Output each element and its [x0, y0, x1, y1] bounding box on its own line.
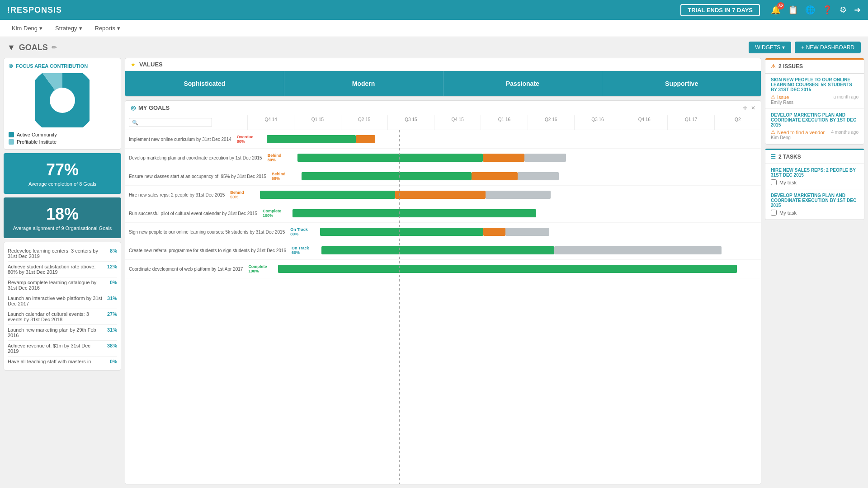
gantt-search-input[interactable]	[129, 118, 212, 127]
list-item[interactable]: Achieve revenue of: $1m by 31st Dec 2019…	[8, 341, 117, 357]
gantt-goal-status: On Track80%	[288, 226, 320, 237]
bar-green	[292, 209, 536, 217]
legend-item-active: Active Community	[9, 132, 116, 137]
my-goals-card: ◎ MY GOALS ✛ ✕ Q4 14Q1 1	[125, 100, 761, 484]
issue-title[interactable]: SIGN NEW PEOPLE TO OUR ONLINE LEARNING C…	[771, 77, 859, 92]
gantt-goal-label: Develop marketing plan and coordinate ex…	[125, 153, 266, 163]
issue-type: ⚠ Need to find a vendor	[771, 129, 825, 135]
goals-header: ▼ GOALS ✏ WIDGETS ▾ + NEW DASHBOARD	[0, 37, 868, 58]
tasks-card: ☰ 2 TASKS HIRE NEW SALES REPS: 2 PEOPLE …	[765, 148, 864, 220]
task-checkbox[interactable]	[771, 179, 777, 185]
tasks-title: 2 TASKS	[778, 154, 801, 160]
values-title: VALUES	[139, 61, 163, 68]
settings-icon[interactable]: ⚙	[840, 5, 847, 15]
task-checkbox[interactable]	[771, 210, 777, 216]
task-label: My task	[779, 210, 797, 216]
widgets-button[interactable]: WIDGETS ▾	[749, 42, 791, 53]
bar-green	[302, 172, 472, 180]
goal-list-pct: 38%	[103, 343, 117, 348]
reports-chevron: ▾	[117, 25, 120, 32]
bar-track	[297, 154, 761, 162]
right-panel: ⚠ 2 ISSUES SIGN NEW PEOPLE TO OUR ONLINE…	[765, 58, 864, 484]
gantt-row: Implement new online curriculum by 31st …	[125, 130, 761, 149]
legend-color-active	[9, 132, 14, 137]
task-title[interactable]: DEVELOP MARKETING PLAN AND COORDINATE EX…	[771, 193, 859, 208]
star-icon: ★	[131, 61, 136, 68]
issue-user: Kim Deng	[771, 135, 859, 140]
bar-green	[267, 135, 356, 143]
close-icon[interactable]: ✕	[751, 105, 755, 111]
issue-title[interactable]: DEVELOP MARKETING PLAN AND COORDINATE EX…	[771, 113, 859, 127]
goal-list-pct: 27%	[103, 311, 117, 317]
gantt-bars	[321, 241, 761, 259]
app-logo: !RESPONSIS	[7, 5, 62, 15]
bar-orange	[356, 135, 376, 143]
nav-reports[interactable]: Reports ▾	[90, 23, 125, 33]
task-check: My task	[771, 179, 859, 185]
list-item[interactable]: Revamp complete learning catalogue by 31…	[8, 277, 117, 293]
pie-container	[9, 73, 116, 127]
issues-card: ⚠ 2 ISSUES SIGN NEW PEOPLE TO OUR ONLINE…	[765, 58, 864, 145]
globe-icon[interactable]: 🌐	[805, 5, 815, 15]
nav-kim-deng[interactable]: Kim Deng ▾	[7, 23, 47, 33]
notification-badge: 32	[777, 2, 784, 9]
goals-toggle-icon[interactable]: ▼	[7, 43, 15, 52]
help-icon[interactable]: ❓	[822, 5, 832, 15]
list-item[interactable]: Have all teaching staff with masters in0…	[8, 357, 117, 366]
goal-list: Redevelop learning centers: 3 centers by…	[8, 246, 117, 366]
stat-alignment-number: 18%	[11, 205, 114, 224]
content-row: ◎ FOCUS AREA CONTRIBUTION	[0, 58, 868, 488]
value-col-modern: Modern	[284, 71, 443, 96]
stat-completion-number: 77%	[11, 160, 114, 179]
list-item[interactable]: Achieve student satisfaction rate above:…	[8, 262, 117, 277]
list-item[interactable]: Launch calendar of cultural events: 3 ev…	[8, 309, 117, 325]
issue-item: DEVELOP MARKETING PLAN AND COORDINATE EX…	[765, 109, 864, 144]
logout-icon[interactable]: ➜	[854, 5, 861, 15]
warning-icon: ⚠	[771, 63, 776, 70]
goal-list-text: Launch an interactive web platform by 31…	[8, 296, 103, 306]
goal-list-pct: 31%	[103, 296, 117, 301]
gantt-row: Ensure new classes start at an occupancy…	[125, 167, 761, 186]
nav-center-right: TRIAL ENDS IN 7 DAYS 🔔 32 📋 🌐 ❓ ⚙ ➜	[680, 4, 861, 16]
strategy-chevron: ▾	[79, 25, 82, 32]
bar-orange	[483, 228, 505, 236]
goal-list-text: Have all teaching staff with masters in	[8, 359, 103, 364]
goal-list-pct: 31%	[103, 327, 117, 333]
bar-gray	[524, 154, 566, 162]
list-item[interactable]: Launch an interactive web platform by 31…	[8, 293, 117, 309]
bar-track	[278, 265, 761, 273]
gantt-search-col	[125, 115, 216, 130]
legend-label-profitable: Profitable Institute	[17, 139, 57, 145]
list-item[interactable]: Redevelop learning centers: 3 centers by…	[8, 246, 117, 262]
pie-chart	[35, 73, 90, 127]
bar-track	[302, 172, 761, 180]
issue-type: ⚠ Issue	[771, 94, 789, 100]
nav-strategy[interactable]: Strategy ▾	[51, 23, 86, 33]
gantt-goal-status: Complete100%	[246, 263, 278, 274]
values-columns: Sophisticated Modern Passionate Supporti…	[125, 71, 761, 96]
goal-list-text: Achieve student satisfaction rate above:…	[8, 264, 103, 275]
trial-button[interactable]: TRIAL ENDS IN 7 DAYS	[680, 4, 760, 16]
timeline-col-Q315: Q3 15	[387, 115, 434, 130]
stat-card-alignment: 18% Average alignment of 9 Organisationa…	[4, 197, 121, 238]
strategy-label: Strategy	[55, 25, 77, 32]
gantt-row: Create new referral programme for studen…	[125, 241, 761, 260]
gantt-goal-status: On Track60%	[290, 245, 321, 256]
values-title-row: ★ VALUES	[125, 58, 761, 71]
gantt-container: Q4 14Q1 15Q2 15Q3 15Q4 15Q1 16Q2 16Q3 16…	[125, 115, 761, 484]
list-item[interactable]: Launch new marketing plan by 29th Feb 20…	[8, 325, 117, 341]
task-title[interactable]: HIRE NEW SALES REPS: 2 PEOPLE BY 31ST DE…	[771, 168, 859, 178]
gantt-bars	[297, 149, 761, 167]
new-dashboard-button[interactable]: + NEW DASHBOARD	[795, 42, 861, 53]
issue-type-label: Need to find a vendor	[777, 130, 825, 135]
expand-icon[interactable]: ✛	[743, 105, 747, 111]
notifications-icon[interactable]: 🔔 32	[771, 5, 781, 15]
bookmark-icon[interactable]: 📋	[788, 5, 798, 15]
goal-list-text: Launch calendar of cultural events: 3 ev…	[8, 311, 103, 322]
gantt-bars	[292, 204, 761, 222]
bar-gray	[486, 191, 551, 199]
timeline-col-Q117: Q1 17	[667, 115, 714, 130]
bar-track	[320, 228, 761, 236]
bar-track	[267, 135, 761, 143]
goals-edit-icon[interactable]: ✏	[52, 44, 57, 51]
